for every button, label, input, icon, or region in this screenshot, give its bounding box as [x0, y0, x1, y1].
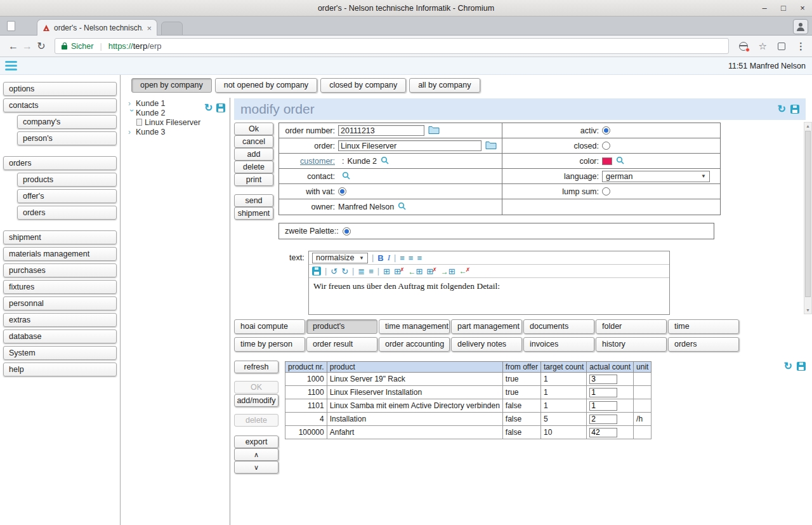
- close-button[interactable]: ×: [798, 3, 807, 13]
- folder-icon[interactable]: [428, 125, 440, 136]
- sidebar-item-purchases[interactable]: purchases: [3, 263, 117, 277]
- table-row[interactable]: 1000 Linux Server 19" Rack true 1: [285, 373, 652, 386]
- profile-button[interactable]: [793, 19, 808, 34]
- filter-tab-all-by-company[interactable]: all by company: [409, 78, 480, 93]
- tab-products[interactable]: product's: [306, 319, 377, 334]
- unordered-list-icon[interactable]: ≣: [358, 267, 365, 276]
- sidebar-item-shipment[interactable]: shipment: [3, 230, 117, 244]
- ordered-list-icon[interactable]: ≡: [369, 267, 374, 276]
- actual-count-input[interactable]: [589, 388, 617, 397]
- table-row[interactable]: 1100 Linux Fileserver Installation true …: [285, 386, 652, 399]
- print-button[interactable]: print: [234, 173, 273, 186]
- refresh-icon[interactable]: ↻: [784, 362, 792, 371]
- cancel-button[interactable]: cancel: [234, 135, 273, 148]
- search-icon[interactable]: [616, 156, 624, 166]
- back-icon[interactable]: ←: [6, 41, 20, 52]
- search-icon[interactable]: [398, 202, 406, 212]
- tab-order-result[interactable]: order result: [306, 337, 377, 352]
- document-icon[interactable]: [7, 21, 15, 31]
- ok-button[interactable]: Ok: [234, 123, 273, 135]
- browser-tab[interactable]: order's - Nelson technisch... ×: [37, 19, 157, 36]
- delete-button[interactable]: delete: [234, 161, 273, 173]
- tab-time-management[interactable]: time management: [379, 319, 450, 334]
- delete-row-icon[interactable]: ⊞✗: [426, 267, 436, 276]
- tab-delivery-notes[interactable]: delivery notes: [451, 337, 522, 352]
- align-center-icon[interactable]: ≡: [409, 253, 414, 263]
- align-right-icon[interactable]: ≡: [417, 253, 422, 263]
- tab-part-management[interactable]: part management: [451, 319, 522, 334]
- export-button[interactable]: export: [234, 435, 278, 448]
- sidebar-item-personnal[interactable]: personnal: [3, 296, 117, 310]
- order-number-input[interactable]: [338, 125, 424, 136]
- filter-tab-closed-by-company[interactable]: closed by company: [320, 78, 406, 93]
- table-row[interactable]: 1101 Linux Samba mit einem Active Direct…: [285, 399, 652, 413]
- tab-close-icon[interactable]: ×: [147, 23, 152, 33]
- refresh-icon[interactable]: ↻: [778, 105, 786, 114]
- translate-icon[interactable]: [739, 42, 748, 51]
- text-style-select[interactable]: normalsize▼: [312, 253, 368, 263]
- sidebar-item-help[interactable]: help: [3, 362, 117, 376]
- sidebar-item-system[interactable]: System: [3, 346, 117, 360]
- form-scrollbar[interactable]: ▲ ▼: [804, 122, 812, 314]
- insert-row-icon[interactable]: ←⊞: [408, 267, 422, 276]
- new-tab-button[interactable]: [161, 22, 183, 36]
- scrollbar-thumb[interactable]: [805, 131, 811, 297]
- lump-sum-radio[interactable]: [602, 187, 610, 196]
- actual-count-input[interactable]: [589, 375, 617, 384]
- editor-save-icon[interactable]: [312, 267, 321, 276]
- filter-tab-not-opened-by-company[interactable]: not opened by company: [215, 78, 317, 93]
- delete-column-icon[interactable]: ←✗: [459, 267, 471, 276]
- minimize-button[interactable]: –: [760, 3, 769, 13]
- italic-icon[interactable]: I: [388, 253, 390, 263]
- delete-table-icon[interactable]: ⊞✗: [394, 267, 404, 276]
- tab-orders[interactable]: orders: [668, 337, 739, 352]
- tab-order-accounting[interactable]: order accounting: [379, 337, 450, 352]
- tab-history[interactable]: history: [596, 337, 667, 352]
- sidebar-item-products[interactable]: products: [17, 173, 117, 187]
- search-icon[interactable]: [381, 156, 389, 166]
- items-ok-button[interactable]: OK: [234, 381, 278, 394]
- tree-item-kunde-3[interactable]: › Kunde 3: [128, 127, 228, 136]
- tab-invoices[interactable]: invoices: [523, 337, 594, 352]
- closed-radio[interactable]: [602, 142, 610, 150]
- sidebar-item-offers[interactable]: offer's: [17, 189, 117, 203]
- activ-radio[interactable]: [602, 126, 610, 135]
- editor-content[interactable]: Wir freuen uns über den Auftrag mit folg…: [309, 278, 669, 314]
- sidebar-item-orders[interactable]: orders: [3, 156, 117, 170]
- move-up-button[interactable]: ∧: [234, 448, 278, 461]
- menu-dots-icon[interactable]: ⋮: [796, 41, 806, 52]
- save-icon[interactable]: [216, 103, 225, 112]
- sidebar-item-contacts[interactable]: contacts: [3, 98, 117, 112]
- insert-table-icon[interactable]: ⊞: [383, 267, 390, 276]
- tab-time-by-person[interactable]: time by person: [234, 337, 305, 352]
- forward-icon[interactable]: →: [20, 41, 34, 52]
- folder-icon[interactable]: [485, 140, 497, 151]
- with-vat-radio[interactable]: [338, 187, 346, 196]
- scroll-up-icon[interactable]: ▲: [804, 124, 811, 128]
- move-down-button[interactable]: ∨: [234, 461, 278, 474]
- tree-item-linux-fileserver[interactable]: Linux Fileserver: [128, 117, 228, 127]
- scroll-down-icon[interactable]: ▼: [804, 308, 811, 312]
- color-swatch[interactable]: [602, 157, 612, 165]
- zweite-palette-radio[interactable]: [343, 227, 351, 236]
- add-modify-button[interactable]: add/modify: [234, 394, 278, 407]
- url-text[interactable]: https://terp/erp: [108, 41, 162, 51]
- shipment-button[interactable]: shipment: [234, 207, 273, 220]
- bookmark-star-icon[interactable]: ☆: [759, 41, 767, 52]
- tab-documents[interactable]: documents: [523, 319, 594, 334]
- tab-hoai-compute[interactable]: hoai compute: [234, 319, 305, 334]
- align-left-icon[interactable]: ≡: [400, 253, 405, 263]
- sidebar-item-extras[interactable]: extras: [3, 313, 117, 327]
- refresh-button[interactable]: refresh: [234, 361, 278, 373]
- reload-icon[interactable]: ↻: [34, 40, 48, 52]
- insert-column-icon[interactable]: →⊞: [441, 267, 455, 276]
- tab-folder[interactable]: folder: [596, 319, 667, 334]
- table-row[interactable]: 4 Installation false 5 /h: [285, 413, 652, 426]
- fullscreen-icon[interactable]: [778, 43, 785, 50]
- customer-link[interactable]: customer:: [300, 157, 335, 166]
- search-icon[interactable]: [342, 171, 350, 182]
- sidebar-item-materials-management[interactable]: materials management: [3, 247, 117, 261]
- refresh-icon[interactable]: ↻: [204, 103, 213, 112]
- actual-count-input[interactable]: [589, 428, 617, 437]
- sidebar-item-options[interactable]: options: [3, 82, 117, 96]
